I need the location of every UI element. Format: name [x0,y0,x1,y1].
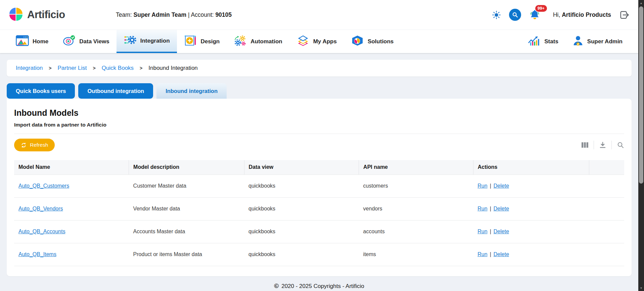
page-subtitle: Import data from a partner to Artificio [14,122,624,128]
breadcrumb: Integration > Partner List > Quick Books… [7,60,632,77]
action-separator: | [490,183,491,189]
tab-inbound-integration[interactable]: Inbound integration [156,83,227,99]
table-row: Auto_QB_Vendors Vendor Master data quick… [14,197,624,220]
data-view-cell: quickbooks [244,243,359,266]
footer: © 2020 - 2025 Copyrights - Artificio [0,282,638,290]
tab-quick-books-users[interactable]: Quick Books users [7,83,75,99]
delete-link[interactable]: Delete [494,183,509,189]
nav-label: Super Admin [587,38,623,45]
data-view-cell: quickbooks [244,220,359,243]
nav-item-super-admin[interactable]: Super Admin [565,35,630,48]
nav-label: My Apps [313,38,337,45]
model-name-link[interactable]: Auto_QB_Vendors [18,206,63,211]
greeting-prefix: Hi, [553,11,560,18]
team-value: Super Admin Team [134,11,187,18]
column-header-data-view: Data view [244,160,359,175]
scroll-up-icon[interactable]: ▲ [638,0,644,6]
nav-item-data-views[interactable]: Data Views [55,30,116,53]
chevron-right-icon: > [140,65,142,71]
inbound-models-card: Inbound Models Import data from a partne… [7,99,632,276]
logout-icon[interactable] [619,10,630,20]
super-admin-icon [572,35,584,48]
column-header-model-description: Model description [129,160,244,175]
team-label: Team: [116,11,132,18]
main-nav: Home Data Views [0,30,638,53]
delete-link[interactable]: Delete [494,206,509,211]
breadcrumb-partner-list[interactable]: Partner List [58,65,87,71]
global-search-icon[interactable] [509,9,521,21]
nav-label: Design [201,38,220,45]
team-account-divider: | [188,11,190,18]
delete-link[interactable]: Delete [494,229,509,234]
column-header-model-name: Model Name [14,160,129,175]
model-name-link[interactable]: Auto_QB_Items [18,251,56,257]
nav-label: Automation [250,38,282,45]
refresh-icon [21,142,27,148]
scrollbar[interactable]: ▲ ▼ [638,0,644,291]
user-greeting: Hi, Artificio Products [553,11,611,18]
refresh-label: Refresh [30,142,48,148]
model-description-cell: Product or items Master data [129,243,244,266]
nav-item-stats[interactable]: Stats [520,35,565,48]
delete-link[interactable]: Delete [494,251,509,257]
model-name-link[interactable]: Auto_QB_Customers [18,183,69,189]
model-description-cell: Accounts Master data [129,220,244,243]
brand[interactable]: Artificio [9,7,116,22]
nav-item-solutions[interactable]: Solutions [344,30,401,53]
breadcrumb-current: Inbound Integration [148,65,198,71]
artificio-logo-icon [9,7,23,22]
chevron-right-icon: > [49,65,51,71]
breadcrumb-quick-books[interactable]: Quick Books [102,65,134,71]
nav-item-integration[interactable]: Integration [117,30,177,53]
api-name-cell: accounts [359,220,473,243]
my-apps-icon [296,35,310,48]
page-title: Inbound Models [14,108,624,118]
nav-label: Data Views [79,38,109,45]
refresh-button[interactable]: Refresh [14,139,55,151]
notifications-bell-icon[interactable]: 99+ [529,9,540,20]
stats-icon [527,35,541,48]
tab-outbound-integration[interactable]: Outbound integration [78,83,153,99]
inbound-models-table: Model Name Model description Data view A… [14,160,624,266]
model-name-link[interactable]: Auto_QB_Accounts [18,229,65,234]
breadcrumb-integration[interactable]: Integration [16,65,43,71]
top-header: Artificio Team: Super Admin Team | Accou… [0,0,638,30]
nav-item-design[interactable]: Design [177,30,227,53]
copyright-text: 2020 - 2025 Copyrights - Artificio [281,283,364,290]
table-row: Auto_QB_Accounts Accounts Master data qu… [14,220,624,243]
nav-item-my-apps[interactable]: My Apps [289,30,344,53]
nav-item-automation[interactable]: Automation [227,30,289,53]
run-link[interactable]: Run [477,251,487,257]
solutions-icon [351,35,364,48]
column-header-empty [589,160,625,175]
table-row: Auto_QB_Items Product or items Master da… [14,243,624,266]
integration-tabs: Quick Books users Outbound integration I… [7,83,632,99]
action-separator: | [490,251,491,257]
action-separator: | [490,206,491,211]
divider [14,134,624,134]
scrollbar-thumb[interactable] [639,6,643,184]
account-value: 90105 [215,11,232,18]
notification-count-badge: 99+ [535,5,547,12]
run-link[interactable]: Run [477,183,487,189]
theme-sun-icon[interactable] [492,10,501,19]
run-link[interactable]: Run [477,206,487,211]
nav-item-home[interactable]: Home [9,30,55,53]
api-name-cell: customers [359,175,473,197]
copyright-icon: © [274,282,279,290]
download-icon[interactable] [599,141,606,149]
home-icon [16,35,29,48]
column-header-actions: Actions [473,160,589,175]
model-description-cell: Vendor Master data [129,197,244,220]
api-name-cell: items [359,243,473,266]
table-search-icon[interactable] [617,141,624,149]
column-header-api-name: API name [359,160,473,175]
column-visibility-icon[interactable] [581,142,589,148]
divider [611,141,612,149]
design-icon [184,35,197,48]
scroll-down-icon[interactable]: ▼ [638,285,644,291]
automation-icon [234,35,247,48]
data-view-cell: quickbooks [244,175,359,197]
divider [594,141,594,149]
run-link[interactable]: Run [477,229,487,234]
